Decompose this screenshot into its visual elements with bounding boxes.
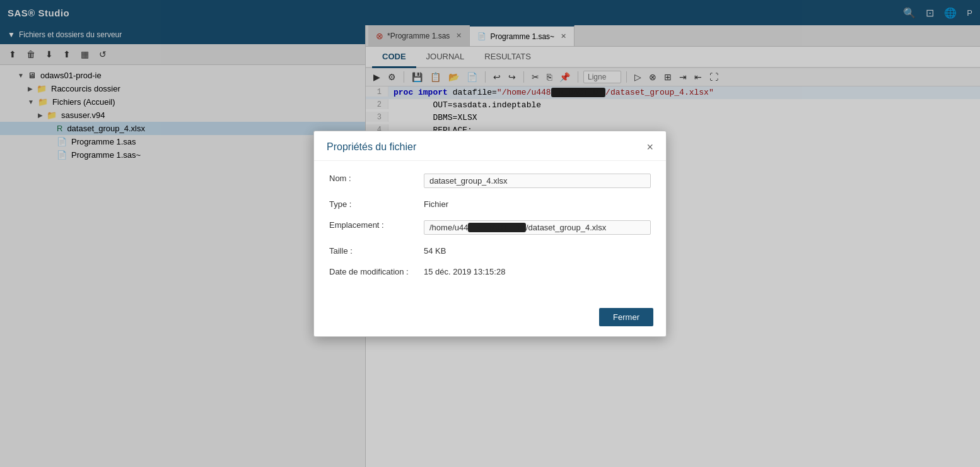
fermer-button[interactable]: Fermer [599, 308, 653, 326]
dialog-footer: Fermer [314, 300, 666, 336]
prop-value-emplacement: /home/u44REDACTED/dataset_group_4.xlsx [424, 220, 651, 235]
prop-row-taille: Taille : 54 KB [329, 246, 651, 256]
dialog-header: Propriétés du fichier × [314, 131, 666, 161]
prop-label-emplacement: Emplacement : [329, 220, 424, 230]
dialog-title: Propriétés du fichier [327, 141, 416, 153]
prop-value-date: 15 déc. 2019 13:15:28 [424, 267, 651, 276]
file-properties-dialog: Propriétés du fichier × Nom : dataset_gr… [313, 131, 667, 337]
prop-row-date: Date de modification : 15 déc. 2019 13:1… [329, 267, 651, 276]
prop-value-taille: 54 KB [424, 246, 651, 256]
prop-label-type: Type : [329, 199, 424, 209]
prop-value-type: Fichier [424, 199, 651, 209]
dialog-body: Nom : dataset_group_4.xlsx Type : Fichie… [314, 161, 666, 300]
dialog-overlay: Propriétés du fichier × Nom : dataset_gr… [0, 0, 980, 467]
dialog-close-button[interactable]: × [646, 141, 653, 153]
prop-label-taille: Taille : [329, 246, 424, 256]
prop-value-nom: dataset_group_4.xlsx [424, 174, 651, 188]
prop-row-nom: Nom : dataset_group_4.xlsx [329, 174, 651, 188]
prop-row-emplacement: Emplacement : /home/u44REDACTED/dataset_… [329, 220, 651, 235]
prop-label-date: Date de modification : [329, 267, 424, 276]
prop-label-nom: Nom : [329, 174, 424, 183]
prop-row-type: Type : Fichier [329, 199, 651, 209]
